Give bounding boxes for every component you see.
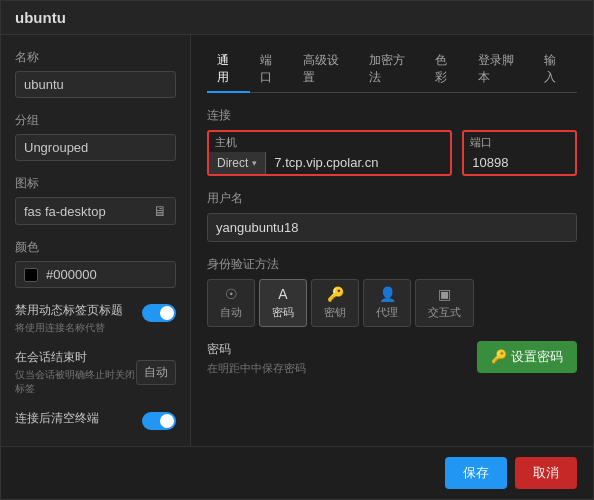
password-icon: A xyxy=(278,286,287,302)
app-window: ubuntu 名称 分组 Ungrouped 图标 fas fa-desktop… xyxy=(0,0,594,500)
port-label: 端口 xyxy=(464,132,575,151)
title-bar: ubuntu xyxy=(1,1,593,35)
session-sub: 仅当会话被明确终止时关闭标签 xyxy=(15,368,136,396)
password-section: 密码 在明距中中保存密码 🔑 设置密码 xyxy=(207,341,577,376)
name-input[interactable] xyxy=(15,71,176,98)
tab-advanced[interactable]: 高级设置 xyxy=(293,47,359,93)
monitor-icon: 🖥 xyxy=(153,203,167,219)
tab-color[interactable]: 色彩 xyxy=(425,47,468,93)
username-label: 用户名 xyxy=(207,190,577,207)
disable-dynamic-title-label: 禁用动态标签页标题 xyxy=(15,302,136,319)
group-value[interactable]: Ungrouped xyxy=(15,134,176,161)
connection-section: 连接 主机 Direct ▾ xyxy=(207,107,577,176)
password-label: 密码 xyxy=(207,341,306,358)
icon-section: 图标 fas fa-desktop 🖥 xyxy=(15,175,176,225)
name-section: 名称 xyxy=(15,49,176,98)
auth-auto[interactable]: ☉ 自动 xyxy=(207,279,255,327)
username-section: 用户名 xyxy=(207,190,577,242)
icon-input[interactable]: fas fa-desktop 🖥 xyxy=(15,197,176,225)
chevron-down-icon: ▾ xyxy=(252,158,257,168)
content-area: 名称 分组 Ungrouped 图标 fas fa-desktop 🖥 颜色 #… xyxy=(1,35,593,446)
clean-terminal-toggle[interactable] xyxy=(142,412,176,430)
color-value: #000000 xyxy=(46,267,97,282)
tab-input[interactable]: 输入 xyxy=(534,47,577,93)
password-hint: 在明距中中保存密码 xyxy=(207,361,306,376)
auth-key[interactable]: 🔑 密钥 xyxy=(311,279,359,327)
auth-label: 身份验证方法 xyxy=(207,256,577,273)
color-picker[interactable]: #000000 xyxy=(15,261,176,288)
host-input[interactable] xyxy=(266,151,450,174)
cancel-button[interactable]: 取消 xyxy=(515,457,577,489)
tab-general[interactable]: 通用 xyxy=(207,47,250,93)
auth-password-label: 密码 xyxy=(272,305,294,320)
auto-icon: ☉ xyxy=(225,286,238,302)
clean-terminal-text: 连接后清空终端 xyxy=(15,410,136,429)
color-label: 颜色 xyxy=(15,239,176,256)
tab-encryption[interactable]: 加密方法 xyxy=(359,47,425,93)
conn-row: 主机 Direct ▾ 端口 xyxy=(207,130,577,176)
window-title: ubuntu xyxy=(15,9,66,26)
port-input[interactable] xyxy=(464,151,575,174)
direct-label: Direct xyxy=(217,156,248,170)
tab-bar: 通用 端口 高级设置 加密方法 色彩 登录脚本 输入 xyxy=(207,47,577,93)
auth-proxy-label: 代理 xyxy=(376,305,398,320)
auth-auto-label: 自动 xyxy=(220,305,242,320)
right-panel: 通用 端口 高级设置 加密方法 色彩 登录脚本 输入 连接 主机 Di xyxy=(191,35,593,446)
proxy-icon: 👤 xyxy=(379,286,396,302)
auth-interactive[interactable]: ▣ 交互式 xyxy=(415,279,474,327)
session-label: 在会话结束时 xyxy=(15,349,136,366)
color-swatch xyxy=(24,268,38,282)
auth-methods: ☉ 自动 A 密码 🔑 密钥 👤 代理 xyxy=(207,279,577,327)
session-label-block: 在会话结束时 仅当会话被明确终止时关闭标签 xyxy=(15,349,136,396)
group-section: 分组 Ungrouped xyxy=(15,112,176,161)
session-value[interactable]: 自动 xyxy=(136,360,176,385)
group-label: 分组 xyxy=(15,112,176,129)
host-label: 主机 xyxy=(209,132,450,151)
disable-dynamic-title-row: 禁用动态标签页标题 将使用连接名称代替 xyxy=(15,302,176,335)
session-section: 在会话结束时 仅当会话被明确终止时关闭标签 自动 xyxy=(15,349,176,396)
clean-terminal-row: 连接后清空终端 xyxy=(15,410,176,430)
key-icon: 🔑 xyxy=(327,286,344,302)
auth-key-label: 密钥 xyxy=(324,305,346,320)
set-password-button[interactable]: 🔑 设置密码 xyxy=(477,341,577,373)
clean-terminal-label: 连接后清空终端 xyxy=(15,410,136,427)
save-button[interactable]: 保存 xyxy=(445,457,507,489)
disable-dynamic-title-sub: 将使用连接名称代替 xyxy=(15,321,136,335)
color-section: 颜色 #000000 xyxy=(15,239,176,288)
icon-label: 图标 xyxy=(15,175,176,192)
interactive-icon: ▣ xyxy=(438,286,451,302)
auth-proxy[interactable]: 👤 代理 xyxy=(363,279,411,327)
host-content: Direct ▾ xyxy=(209,151,450,174)
port-block: 端口 xyxy=(462,130,577,176)
auth-password[interactable]: A 密码 xyxy=(259,279,307,327)
host-block: 主机 Direct ▾ xyxy=(207,130,452,176)
auth-section: 身份验证方法 ☉ 自动 A 密码 🔑 密钥 👤 xyxy=(207,256,577,327)
disable-dynamic-title-toggle[interactable] xyxy=(142,304,176,322)
password-left: 密码 在明距中中保存密码 xyxy=(207,341,306,376)
auth-interactive-label: 交互式 xyxy=(428,305,461,320)
name-label: 名称 xyxy=(15,49,176,66)
tab-port[interactable]: 端口 xyxy=(250,47,293,93)
bottom-bar: 保存 取消 xyxy=(1,446,593,499)
left-panel: 名称 分组 Ungrouped 图标 fas fa-desktop 🖥 颜色 #… xyxy=(1,35,191,446)
disable-dynamic-title-text: 禁用动态标签页标题 将使用连接名称代替 xyxy=(15,302,136,335)
conn-label: 连接 xyxy=(207,107,577,124)
username-input[interactable] xyxy=(207,213,577,242)
direct-button[interactable]: Direct ▾ xyxy=(209,152,266,174)
tab-login-script[interactable]: 登录脚本 xyxy=(468,47,534,93)
session-row: 在会话结束时 仅当会话被明确终止时关闭标签 自动 xyxy=(15,349,176,396)
